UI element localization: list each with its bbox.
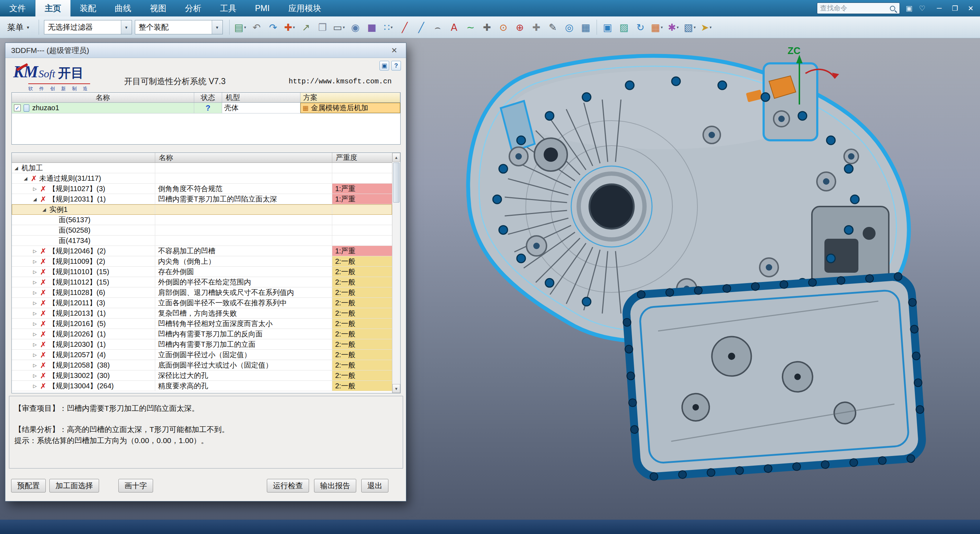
tree-row[interactable]: ◢✗未通过规则(31/117): [12, 173, 392, 183]
minimize-icon[interactable]: ─: [931, 2, 947, 14]
tab-分析[interactable]: 分析: [176, 0, 211, 16]
tab-工具[interactable]: 工具: [211, 0, 246, 16]
expander-icon[interactable]: ▷: [32, 321, 38, 327]
tree-row[interactable]: ▷✗【规则11009】(2)内尖角（倒角上）2:一般: [12, 256, 392, 267]
expander-icon[interactable]: ▷: [32, 249, 38, 254]
expander-icon[interactable]: ▷: [32, 363, 38, 368]
tree-row[interactable]: ▷✗【规则13002】(30)深径比过大的孔2:一般: [12, 370, 392, 381]
expander-icon[interactable]: ▷: [32, 300, 38, 306]
expander-icon[interactable]: ▷: [32, 279, 38, 285]
output-report-button[interactable]: 输出报告: [314, 479, 356, 493]
expander-icon[interactable]: ▷: [32, 352, 38, 357]
expander-icon[interactable]: ◢: [22, 176, 29, 181]
scroll-up-icon[interactable]: ▲: [392, 153, 400, 162]
tree-row[interactable]: ◢实例1: [12, 204, 392, 215]
tree-row[interactable]: ▷✗【规则12057】(4)立面倒圆半径过小（固定值）2:一般: [12, 350, 392, 360]
command-search[interactable]: [817, 3, 900, 14]
tree-row[interactable]: ▷✗【规则12011】(3)立面各倒圆半径不一致或不在推荐系列中2:一般: [12, 298, 392, 308]
close-icon[interactable]: ✕: [388, 46, 400, 55]
markup-icon[interactable]: ➤▾: [698, 19, 714, 35]
grid-view-icon[interactable]: ▦▾: [649, 19, 665, 35]
expander-icon[interactable]: ▷: [32, 342, 38, 347]
selection-scope-combo[interactable]: 整个装配 ▾: [135, 20, 223, 34]
part-row[interactable]: ✓ zhuzao1 ? 壳体 ▦ 金属模铸造后机加: [12, 103, 400, 113]
col-header-machine[interactable]: 机型: [222, 93, 301, 102]
tree-row[interactable]: ▷✗【规则12058】(38)底面倒圆半径过大或过小（固定值）2:一般: [12, 360, 392, 370]
expander-icon[interactable]: ▷: [32, 269, 38, 274]
window-display-icon[interactable]: ▣: [903, 2, 916, 14]
redo-icon[interactable]: ↷: [266, 19, 281, 35]
machining-face-select-button[interactable]: 加工面选择: [49, 479, 99, 493]
expander-icon[interactable]: ▷: [32, 259, 38, 264]
close-icon[interactable]: ✕: [963, 2, 978, 14]
col-header-severity[interactable]: 严重度: [332, 153, 392, 163]
shaded-view-icon[interactable]: ▧▾: [682, 19, 698, 35]
palette-icon[interactable]: ✱▾: [666, 19, 681, 35]
part-scheme[interactable]: ▦ 金属模铸造后机加: [301, 103, 400, 113]
tab-应用模块[interactable]: 应用模块: [279, 0, 331, 16]
expander-icon[interactable]: ◢: [13, 165, 19, 171]
chevron-down-icon[interactable]: ▾: [212, 21, 223, 34]
arc-icon[interactable]: ⌢: [430, 19, 445, 35]
tree-row[interactable]: ▷✗【规则11028】(6)肩部倒圆、退刀槽缺失或尺寸不在系列值内2:一般: [12, 287, 392, 298]
col-header-status[interactable]: 状态: [194, 93, 222, 102]
chevron-down-icon[interactable]: ▾: [121, 21, 132, 34]
axis-icon[interactable]: ✚: [479, 19, 495, 35]
expander-icon[interactable]: ◢: [32, 196, 38, 202]
tab-曲线[interactable]: 曲线: [105, 0, 140, 16]
point-set-icon[interactable]: ∷▾: [380, 19, 396, 35]
tab-PMI[interactable]: PMI: [246, 0, 279, 16]
move-icon[interactable]: ↗: [298, 19, 314, 35]
snap-point-icon[interactable]: ✚▾: [282, 19, 298, 35]
expander-icon[interactable]: ◢: [41, 207, 47, 212]
tree-row[interactable]: ◢✗【规则12031】(1)凹槽内需要T形刀加工的凹陷立面太深1:严重: [12, 194, 392, 204]
menu-button[interactable]: 菜单 ▾: [3, 22, 33, 33]
tree-row[interactable]: ▷✗【规则13004】(264)精度要求高的孔2:一般: [12, 381, 392, 391]
draw-cross-button[interactable]: 画十字: [118, 479, 153, 493]
scrollbar-thumb[interactable]: [393, 163, 399, 202]
expander-icon[interactable]: ▷: [32, 373, 38, 378]
search-icon[interactable]: [890, 6, 895, 11]
text-icon[interactable]: A: [446, 19, 462, 35]
tree-row[interactable]: ◢机加工: [12, 163, 392, 173]
tree-row[interactable]: 面(41734): [12, 236, 392, 246]
tree-row[interactable]: 面(50258): [12, 225, 392, 236]
snapshot-icon[interactable]: ▨: [616, 19, 632, 35]
clipboard-paste-icon[interactable]: ▤▾: [232, 19, 248, 35]
tree-row[interactable]: ▷✗【规则11012】(15)外倒圆的半径不在给定范围内2:一般: [12, 277, 392, 287]
exit-button[interactable]: 退出: [361, 479, 388, 493]
expander-icon[interactable]: ▷: [32, 332, 38, 337]
col-header-rule-name[interactable]: 名称: [155, 153, 332, 163]
search-input[interactable]: [817, 4, 890, 12]
restore-icon[interactable]: ❐: [947, 2, 963, 14]
cube-icon[interactable]: ■: [364, 19, 380, 35]
spline-icon[interactable]: ∼: [463, 19, 479, 35]
tree-row[interactable]: ▷✗【规则11027】(3)倒角角度不符合规范1:严重: [12, 183, 392, 194]
part-checkbox[interactable]: ✓: [14, 105, 21, 111]
tab-主页[interactable]: 主页: [35, 0, 70, 16]
sphere-icon[interactable]: ◉: [348, 19, 363, 35]
undo-icon[interactable]: ↶: [249, 19, 265, 35]
scroll-down-icon[interactable]: ▼: [392, 384, 400, 393]
point-icon[interactable]: ⊕: [512, 19, 528, 35]
tree-scrollbar[interactable]: ▲ ▼: [392, 153, 400, 393]
selection-filter-combo[interactable]: 无选择过滤器 ▾: [44, 20, 132, 34]
tree-row[interactable]: ▷✗【规则12030】(1)凹槽内有需要T形刀加工的立面2:一般: [12, 339, 392, 350]
table-icon[interactable]: ▦: [578, 19, 594, 35]
expander-icon[interactable]: ▷: [32, 186, 38, 191]
tree-row[interactable]: 面(56137): [12, 215, 392, 225]
measure-icon[interactable]: ◎: [562, 19, 577, 35]
line-icon[interactable]: ╱: [397, 19, 413, 35]
copy-face-icon[interactable]: ❐: [315, 19, 331, 35]
selection-rectangle-icon[interactable]: ▭▾: [331, 19, 347, 35]
preset-button[interactable]: 预配置: [11, 479, 46, 493]
tab-视图[interactable]: 视图: [140, 0, 176, 16]
tree-row[interactable]: ▷✗【规则12046】(2)不容易加工的凹槽1:严重: [12, 246, 392, 256]
plus-icon[interactable]: ✚: [529, 19, 544, 35]
circle-center-icon[interactable]: ⊙: [496, 19, 511, 35]
tree-row[interactable]: ▷✗【规则11010】(15)存在外倒圆2:一般: [12, 267, 392, 277]
expander-icon[interactable]: ▷: [32, 290, 38, 295]
tab-文件[interactable]: 文件: [0, 0, 35, 16]
expander-icon[interactable]: ▷: [32, 383, 38, 389]
scrollbar-track[interactable]: [392, 203, 400, 384]
